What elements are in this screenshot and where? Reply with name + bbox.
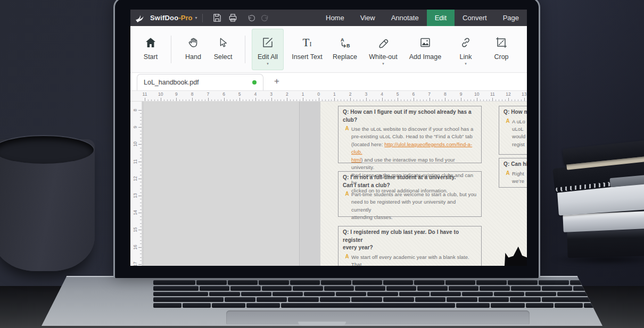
ruler-tick: [328, 99, 329, 101]
keyboard-key: [228, 280, 258, 285]
qa-block-part-time[interactable]: Q: I’m not a full-time student at a univ…: [338, 171, 482, 217]
mug-rim: [0, 136, 94, 164]
menu-page[interactable]: Page: [495, 10, 527, 26]
save-icon[interactable]: [212, 13, 221, 22]
ruler-tick: [140, 168, 142, 169]
undo-icon[interactable]: [246, 14, 255, 22]
ruler-tick: [341, 99, 341, 101]
ruler-tick: [179, 99, 180, 101]
answer-text: We start off every academic year with a …: [351, 254, 477, 266]
ruler-tick: [319, 98, 319, 101]
answer-text: Right we’re: [512, 170, 524, 186]
keyboard-key: [153, 297, 224, 302]
keyboard-key: [153, 303, 181, 308]
keyboard-key: [352, 280, 382, 285]
tool-crop[interactable]: Crop: [487, 29, 516, 70]
lid-notch: [298, 322, 346, 326]
tool-start[interactable]: Start: [138, 29, 163, 70]
keyboard-key: [153, 292, 208, 297]
menu-convert[interactable]: Convert: [455, 10, 495, 26]
svg-text:B: B: [346, 43, 350, 48]
qa-block-col2-2[interactable]: Q: Can high A Right we’re: [499, 158, 527, 188]
ruler-number: 1: [302, 91, 304, 97]
scene: SwifDoo-Pro ▾ Home View: [0, 0, 644, 328]
keyboard-key: [225, 297, 255, 302]
ruler-tick: [138, 247, 142, 248]
keyboard-key: [462, 292, 492, 297]
ruler-tick: [233, 99, 234, 101]
tool-replace[interactable]: AB Replace: [328, 29, 361, 70]
menu-home[interactable]: Home: [318, 10, 352, 26]
titlebar: SwifDoo-Pro ▾ Home View: [130, 10, 527, 26]
redo-icon[interactable]: [261, 14, 270, 22]
ruler-tick: [140, 233, 142, 234]
pdf-page[interactable]: Q: How can I figure out if my school alr…: [320, 102, 527, 266]
ruler-tick: [363, 99, 364, 101]
ruler-tick: [385, 99, 385, 101]
ruler-tick: [227, 99, 227, 101]
tool-add-image[interactable]: Add Image: [405, 29, 445, 70]
ruler-tick: [521, 99, 522, 101]
ruler-tick: [140, 148, 142, 148]
ruler-tick: [140, 138, 142, 138]
document-tab-bar: LoL_handbook.pdf +: [130, 73, 527, 91]
ruler-number: 7: [428, 91, 431, 97]
qa-block-register[interactable]: Q: I registered my club last year. Do I …: [338, 226, 482, 266]
ruler-tick: [357, 99, 357, 101]
answer-marker: A: [343, 191, 351, 222]
keyboard-key: [281, 303, 455, 308]
ruler-tick: [369, 99, 370, 101]
ruler-tick: [189, 99, 189, 101]
keyboard-key: [415, 297, 446, 302]
menu-edit[interactable]: Edit: [427, 10, 455, 26]
ruler-number: 9: [460, 91, 463, 97]
document-workspace[interactable]: Q: How can I figure out if my school alr…: [142, 102, 527, 266]
ruler-tick: [140, 182, 142, 182]
ruler-tick: [140, 203, 142, 203]
ruler-tick: [140, 243, 142, 244]
ruler-tick: [199, 99, 199, 101]
ruler-tick: [140, 254, 142, 254]
tool-hand[interactable]: Hand: [179, 29, 208, 70]
whiteout-icon: [377, 33, 390, 52]
ruler-number: 8: [133, 106, 138, 114]
tool-white-out[interactable]: White-out ▾: [365, 29, 402, 70]
document-tab[interactable]: LoL_handbook.pdf: [137, 74, 263, 90]
qa-block-col2-1[interactable]: Q: How ma A A uLo uLoL would regist: [499, 106, 527, 155]
ruler-tick: [467, 99, 468, 101]
find-a-club-link[interactable]: html: [351, 157, 361, 163]
ruler-tick: [176, 98, 177, 101]
keyboard-key: [383, 297, 414, 302]
keyboard-key: [321, 280, 351, 285]
ruler-tick: [140, 257, 142, 258]
menu-view[interactable]: View: [352, 10, 383, 26]
answer-text: A uLo uLoL would regist: [512, 118, 525, 149]
ruler-tick: [249, 99, 250, 101]
ruler-tick: [502, 99, 502, 101]
new-tab-button[interactable]: +: [271, 75, 283, 87]
edit-toolbar: Start Hand Select: [130, 26, 527, 73]
brand-dropdown-caret[interactable]: ▾: [195, 15, 197, 20]
print-icon[interactable]: [228, 13, 237, 22]
ruler-tick: [382, 98, 383, 101]
question-text: Q: How can I figure out if my school alr…: [343, 108, 477, 124]
keyboard-key: [491, 303, 524, 308]
ruler-tick: [280, 99, 281, 101]
ruler-tick: [373, 99, 373, 101]
edit-all-icon: [261, 33, 274, 52]
ruler-number: 16: [133, 243, 138, 251]
tool-select[interactable]: Select: [208, 29, 238, 70]
ruler-tick: [505, 99, 506, 101]
menu-annotate[interactable]: Annotate: [383, 10, 427, 26]
tool-edit-all[interactable]: Edit All ▾: [252, 29, 284, 70]
tool-insert-text[interactable]: TI Insert Text: [288, 29, 326, 70]
cursor-icon: [217, 33, 229, 52]
tool-link[interactable]: Link ▾: [453, 29, 478, 70]
ruler-tick: [138, 144, 142, 145]
keyboard-key: [273, 292, 303, 297]
ruler-tick: [186, 99, 186, 101]
qa-block-find-club[interactable]: Q: How can I figure out if my school alr…: [338, 106, 482, 163]
ruler-tick: [388, 99, 389, 101]
ruler-tick: [158, 99, 158, 101]
ruler-tick: [451, 99, 452, 101]
